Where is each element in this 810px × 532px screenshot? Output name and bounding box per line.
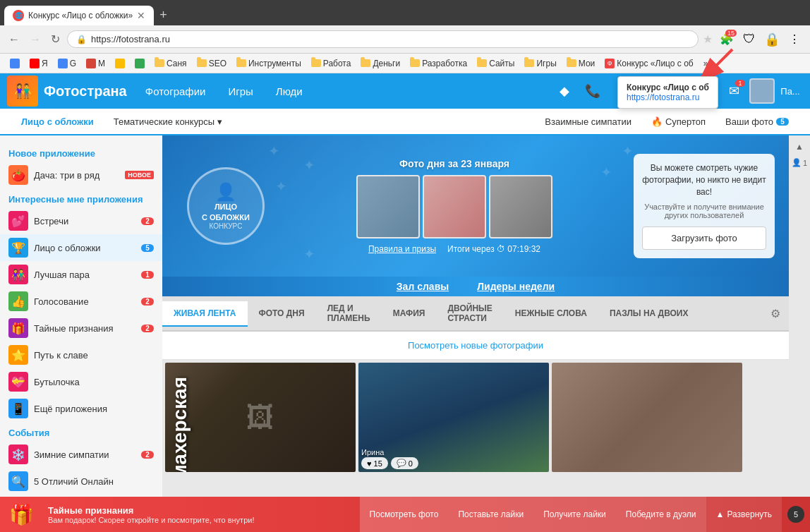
bookmark-yandex[interactable]: Я bbox=[25, 57, 52, 70]
settings-gear-button[interactable]: ⚙ bbox=[762, 300, 789, 327]
vpn-icon-btn[interactable]: 🔒 bbox=[762, 30, 782, 49]
bookmark-mine[interactable]: Мои bbox=[562, 57, 600, 70]
bottom-action-4[interactable]: Победите в дуэли bbox=[616, 497, 706, 532]
bookmark-seo[interactable]: SEO bbox=[193, 57, 231, 70]
bookmark-g[interactable]: G bbox=[54, 57, 80, 70]
photo-user-name: Ирина bbox=[361, 448, 384, 457]
subnav-my-photos[interactable]: Ваши фото 5 bbox=[715, 109, 799, 135]
bookmark-sanya[interactable]: Саня bbox=[150, 57, 191, 70]
tab-live-feed[interactable]: ЖИВАЯ ЛЕНТА bbox=[162, 301, 248, 327]
folder-label: Разработка bbox=[422, 59, 467, 68]
bookmark-dev[interactable]: Разработка bbox=[406, 57, 471, 70]
address-bar[interactable]: 🔒 https://fotostrana.ru bbox=[67, 30, 699, 48]
notification-count-badge: 5 bbox=[787, 506, 804, 523]
tab-double-passion[interactable]: ДВОЙНЫЕСТРАСТИ bbox=[437, 296, 504, 332]
sidebar-item-secrets[interactable]: 🎁 Тайные признания 2 bbox=[0, 315, 162, 341]
tab-mafia[interactable]: МАФИЯ bbox=[382, 301, 437, 327]
comment-count: 0 bbox=[409, 459, 413, 468]
tab-close-button[interactable]: ✕ bbox=[137, 10, 145, 21]
contest-photos bbox=[275, 175, 634, 238]
user-avatar[interactable] bbox=[749, 78, 775, 104]
bottom-action-1[interactable]: Посмотреть фото bbox=[360, 497, 449, 532]
bookmark-money[interactable]: Деньги bbox=[356, 57, 404, 70]
bottom-expand-button[interactable]: ▲ Развернуть bbox=[706, 497, 782, 532]
star-decor: ✦ bbox=[275, 178, 287, 195]
contest-photo-3[interactable] bbox=[489, 175, 552, 238]
hall-of-fame-link[interactable]: Зал славы bbox=[397, 281, 449, 292]
tab-tender-words[interactable]: НЕЖНЫЕ СЛОВА bbox=[504, 301, 598, 327]
gear-icon: ⚙ bbox=[770, 308, 780, 320]
photo-grid: 🖼 арикмахерская ♥ 15 💬 0 bbox=[162, 360, 789, 475]
sidebar-item-bottle[interactable]: 💝 Бутылочка bbox=[0, 368, 162, 395]
right-sidebar-up-button[interactable]: ▲ bbox=[791, 138, 808, 155]
bookmark-sites[interactable]: Сайты bbox=[473, 57, 519, 70]
nav-people[interactable]: Люди bbox=[265, 73, 314, 109]
meetings-icon: 💕 bbox=[8, 211, 28, 231]
back-button[interactable]: ← bbox=[6, 32, 23, 47]
contest-photo-2[interactable] bbox=[423, 175, 486, 238]
sidebar-item-winter[interactable]: ❄️ Зимние симпатии 2 bbox=[0, 441, 162, 468]
bottom-action-2[interactable]: Поставьте лайки bbox=[448, 497, 533, 532]
tab-ice-flame[interactable]: ЛЕД ИПЛАМЕНЬ bbox=[316, 296, 382, 332]
sidebar-item-more-apps[interactable]: 📱 Ещё приложения bbox=[0, 395, 162, 422]
subnav-supertop[interactable]: 🔥 Супертоп bbox=[641, 109, 715, 135]
bottom-action-3[interactable]: Получите лайки bbox=[533, 497, 616, 532]
tab-puzzles[interactable]: ПАЗЛЫ НА ДВОИХ bbox=[598, 301, 700, 327]
like-button[interactable]: ♥ 15 bbox=[361, 457, 388, 469]
bookmark-ads[interactable] bbox=[111, 57, 129, 70]
sidebar-item-5diff[interactable]: 🔍 5 Отличий Онлайн bbox=[0, 468, 162, 495]
photo-text-overlay: арикмахерская bbox=[169, 377, 191, 472]
site-logo[interactable]: 👫 Фотострана bbox=[7, 75, 127, 107]
sidebar-item-dacha[interactable]: 🍅 Дача: три в ряд НОВОЕ bbox=[0, 162, 162, 188]
contest-photo-1[interactable] bbox=[356, 175, 420, 238]
nav-games[interactable]: Игры bbox=[217, 73, 264, 109]
new-tab-button[interactable]: + bbox=[154, 5, 173, 25]
notification-subtitle: Вам подарок! Скорее откройте и посмотрит… bbox=[48, 516, 354, 524]
menu-icon: ⋮ bbox=[789, 32, 800, 46]
subnav-mutual[interactable]: Взаимные симпатии bbox=[535, 109, 641, 135]
view-more-link[interactable]: Посмотреть новые фотографии bbox=[408, 340, 543, 351]
extensions-badge: 15 bbox=[725, 30, 737, 37]
bookmark-google[interactable] bbox=[6, 57, 24, 70]
sidebar-item-cover[interactable]: 🏆 Лицо с обложки 5 bbox=[0, 234, 162, 261]
photo-tabs-bar: ЖИВАЯ ЛЕНТА ФОТО ДНЯ ЛЕД ИПЛАМЕНЬ МАФИЯ … bbox=[162, 296, 789, 332]
sidebar-item-glory[interactable]: ⭐ Путь к славе bbox=[0, 341, 162, 368]
bookmark-instruments[interactable]: Инструменты bbox=[232, 57, 306, 70]
comment-button[interactable]: 💬 0 bbox=[391, 457, 418, 469]
tooltip-title: Конкурс «Лицо с об bbox=[627, 83, 709, 92]
upload-photo-button[interactable]: Загрузить фото bbox=[642, 226, 766, 250]
shield-icon-btn[interactable]: 🛡 bbox=[739, 30, 759, 49]
bookmark-gmail[interactable]: M bbox=[82, 57, 109, 70]
shield-icon: 🛡 bbox=[743, 32, 756, 47]
cover-icon: 🏆 bbox=[8, 238, 28, 258]
week-leaders-link[interactable]: Лидеры недели bbox=[477, 281, 555, 292]
sidebar-item-voting[interactable]: 👍 Голосование 2 bbox=[0, 288, 162, 315]
photo-card-3[interactable] bbox=[552, 363, 742, 472]
phone-button[interactable]: 📞 bbox=[580, 78, 605, 104]
diamond-button[interactable]: ◆ bbox=[552, 78, 577, 104]
more-apps-icon: 📱 bbox=[8, 399, 28, 418]
subnav-thematic[interactable]: Тематические конкурсы ▾ bbox=[104, 109, 232, 135]
contest-bookmark-label: Конкурс «Лицо с об bbox=[617, 59, 693, 68]
profile-pa-button[interactable]: Па... bbox=[778, 78, 803, 104]
tab-photo-day[interactable]: ФОТО ДНЯ bbox=[248, 301, 316, 327]
bookmark-analytics[interactable] bbox=[131, 57, 149, 70]
forward-button[interactable]: → bbox=[27, 32, 44, 47]
rules-link[interactable]: Правила и призы bbox=[368, 244, 436, 254]
subnav-cover[interactable]: Лицо с обложки bbox=[11, 109, 104, 135]
nav-photos[interactable]: Фотографии bbox=[134, 73, 217, 109]
sidebar-item-meetings[interactable]: 💕 Встречи 2 bbox=[0, 207, 162, 234]
counter-value: 1 bbox=[803, 159, 807, 167]
bookmark-games[interactable]: Игры bbox=[520, 57, 560, 70]
photo-card-1[interactable]: 🖼 арикмахерская bbox=[165, 363, 356, 472]
photo-card-2[interactable]: ♥ 15 💬 0 Ирина bbox=[358, 363, 549, 472]
active-tab[interactable]: 🌐 Конкурс «Лицо с обложки» ✕ bbox=[4, 6, 154, 25]
sidebar-item-best-pair[interactable]: 👫 Лучшая пара 1 bbox=[0, 261, 162, 288]
g-label: G bbox=[70, 59, 76, 68]
bookmark-work[interactable]: Работа bbox=[307, 57, 356, 70]
logo-image: 👫 bbox=[7, 75, 38, 107]
contest-center: Фото дня за 23 января Правила и bbox=[275, 158, 634, 254]
refresh-button[interactable]: ↻ bbox=[48, 31, 63, 47]
menu-icon-btn[interactable]: ⋮ bbox=[785, 30, 804, 49]
star-decor: ✦ bbox=[303, 157, 315, 174]
